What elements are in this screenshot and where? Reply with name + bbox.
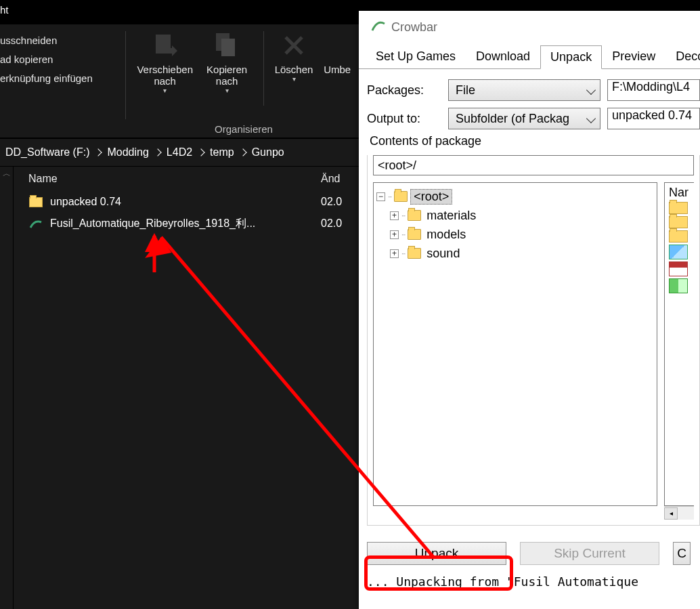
contents-group: <root>/ − ··· <root> + ··· materials + ·… [367,155,700,526]
tree-connector: ··· [388,193,391,201]
folder-icon [408,229,421,240]
svg-rect-2 [221,39,235,56]
packages-dropdown-value: File [456,83,475,98]
preview-header: Nar [669,186,694,200]
tree-label-sound: sound [424,247,462,261]
file-name: unpacked 0.74 [50,196,321,208]
dropdown-caret-icon: ▾ [292,75,296,83]
chevron-down-icon [586,114,596,123]
tree-connector: ··· [401,212,405,219]
other-button[interactable]: C [673,542,691,565]
crumb-drive[interactable]: DD_Software (F:) [0,146,95,159]
file-list-area: ︿ Name Änd unpacked 0.74 02.0 Fusil_Auto… [0,167,359,609]
rename-label: Umbe [324,64,351,75]
scroll-left-icon[interactable]: ◂ [664,507,678,520]
tree-connector: ··· [401,231,405,238]
tab-unpack[interactable]: Unpack [540,45,602,69]
crowbar-title-bar[interactable]: Crowbar [359,11,700,43]
folder-icon [408,210,421,221]
move-to-icon [151,31,179,60]
crumb-l4d2[interactable]: L4D2 [161,146,198,159]
file-row-folder[interactable]: unpacked 0.74 02.0 [14,191,359,213]
copy-to-icon [213,31,241,60]
ribbon-group-organize: Verschieben nach ▾ Kopieren nach ▾ Lösch… [129,24,359,138]
packages-path-input[interactable]: F:\Modding\L4 [607,79,700,101]
image-thumb-icon [669,245,688,259]
dropdown-caret-icon: ▾ [163,87,167,94]
expand-icon[interactable]: + [390,230,399,239]
file-list[interactable]: Name Änd unpacked 0.74 02.0 Fusil_Automa… [14,167,359,609]
crowbar-title-text: Crowbar [391,20,437,35]
file-row-vpk[interactable]: Fusil_Automatique_Ribeyrolles_1918_利... … [14,213,359,234]
tab-download[interactable]: Download [466,45,540,68]
column-date[interactable]: Änd [321,173,359,185]
image-thumb-icon [669,261,688,276]
ribbon-rename[interactable]: Umbe [321,31,353,75]
chevron-right-icon [154,148,161,156]
ribbon-copy-to[interactable]: Kopieren nach ▾ [198,31,255,94]
nav-pane-collapsed[interactable]: ︿ [0,167,14,609]
contents-preview-panel[interactable]: Nar [664,182,694,506]
tree-child-row[interactable]: + ··· models [376,225,654,244]
column-name[interactable]: Name [14,173,321,185]
contents-tree[interactable]: − ··· <root> + ··· materials + ··· model… [373,182,657,506]
ribbon-move-to[interactable]: Verschieben nach ▾ [137,31,193,94]
delete-icon [280,31,308,60]
tree-root-row[interactable]: − ··· <root> [376,187,654,206]
chevron-up-icon: ︿ [3,168,11,180]
ribbon-separator [263,31,264,106]
output-dropdown-value: Subfolder (of Packag [456,112,569,126]
ribbon-cut[interactable]: usschneiden [0,31,117,50]
tab-setup-games[interactable]: Set Up Games [366,45,466,68]
ribbon-group-label: Organisieren [129,123,359,135]
skip-current-button[interactable]: Skip Current [520,542,659,565]
action-buttons: Unpack Skip Current C [359,526,700,569]
file-date: 02.0 [321,217,359,230]
tree-child-row[interactable]: + ··· materials [376,206,654,225]
chevron-right-icon [95,148,102,156]
folder-icon [669,230,688,243]
tab-decompile[interactable]: Decor [665,45,700,68]
move-to-label: Verschieben nach [137,64,193,87]
crowbar-app-icon [371,18,386,37]
crumb-gunpo[interactable]: Gunpo [246,146,290,159]
expand-icon[interactable]: + [390,249,399,258]
folder-icon [669,202,688,214]
tree-child-row[interactable]: + ··· sound [376,244,654,263]
expand-icon[interactable]: + [390,211,399,220]
breadcrumb[interactable]: DD_Software (F:) Modding L4D2 temp Gunpo [0,138,359,167]
tree-label-materials: materials [424,209,479,223]
file-list-header[interactable]: Name Änd [14,167,359,191]
ribbon-paste-link[interactable]: erknüpfung einfügen [0,69,117,88]
explorer-title-text: ht [0,4,9,16]
crowbar-tabs: Set Up Games Download Unpack Preview Dec… [359,43,700,69]
output-folder-input[interactable]: unpacked 0.74 [607,108,700,129]
crumb-modding[interactable]: Modding [102,146,154,159]
copy-to-label: Kopieren nach [198,64,255,87]
output-dropdown[interactable]: Subfolder (of Packag [448,108,600,129]
ribbon-copy-path[interactable]: ad kopieren [0,50,117,69]
tab-preview[interactable]: Preview [602,45,665,68]
chevron-right-icon [197,148,204,156]
image-thumb-icon [669,278,688,293]
ribbon-separator [125,31,126,119]
dropdown-caret-icon: ▾ [225,87,229,94]
ribbon-group-clipboard: usschneiden ad kopieren erknüpfung einfü… [0,24,123,138]
unpack-form: Packages: File F:\Modding\L4 Output to: … [359,69,700,133]
delete-label: Löschen [275,64,313,75]
file-name: Fusil_Automatique_Ribeyrolles_1918_利... [50,217,321,231]
contents-group-title: Contents of package [368,133,700,151]
crumb-temp[interactable]: temp [204,146,240,159]
tree-root-label: <root> [410,189,452,205]
explorer-ribbon: usschneiden ad kopieren erknüpfung einfü… [0,24,359,138]
horizontal-scrollbar[interactable]: ◂ [664,506,694,520]
contents-path-bar[interactable]: <root>/ [373,155,694,175]
tree-label-models: models [424,228,468,242]
collapse-icon[interactable]: − [376,192,385,201]
rename-icon [323,31,351,60]
ribbon-delete[interactable]: Löschen ▾ [272,31,316,83]
packages-dropdown[interactable]: File [448,79,600,101]
log-output: ... Unpacking from "Fusil Automatique [359,569,700,589]
folder-icon [394,191,408,202]
unpack-button[interactable]: Unpack [367,542,506,565]
